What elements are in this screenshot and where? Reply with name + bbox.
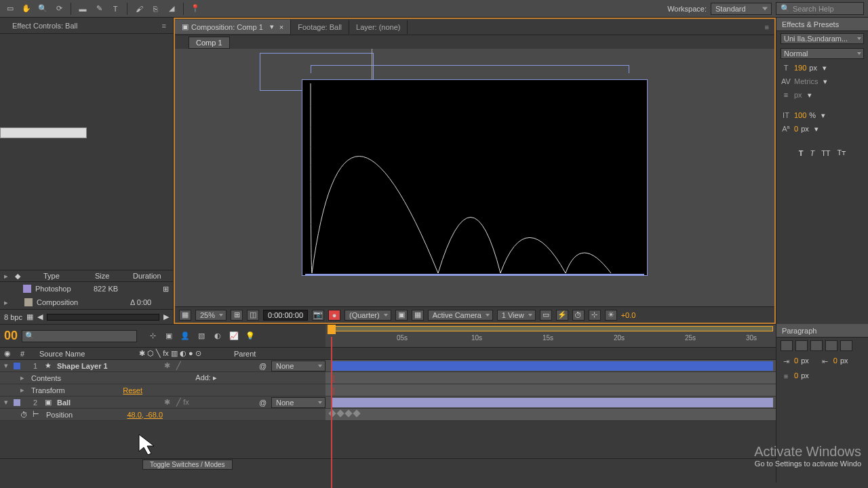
keyframe-nav-icon[interactable]: ⊢ [33, 410, 39, 419]
graph-editor-icon[interactable]: 📈 [228, 330, 240, 342]
layer-property-row[interactable]: ⏱ ⊢ Position 48.0, -68.0 [0, 409, 776, 421]
channel-icon[interactable]: ● [328, 310, 340, 321]
font-family-dropdown[interactable]: Uni Ila.Sundaram... [781, 33, 864, 44]
font-style-dropdown[interactable]: Normal [781, 48, 864, 59]
grid-icon[interactable]: ⊞ [231, 310, 243, 321]
comp-subtab[interactable]: Comp 1 [189, 37, 230, 49]
keyframe-icon[interactable] [328, 409, 336, 417]
hand-tool-icon[interactable]: ✋ [20, 3, 33, 15]
timeline-search-input[interactable]: 🔍 [22, 330, 137, 342]
twirl-icon[interactable]: ▾ [4, 398, 11, 407]
rotate-tool-icon[interactable]: ⟳ [53, 3, 65, 15]
prev-frame-icon[interactable]: ◀ [37, 312, 43, 321]
current-time-display[interactable]: 0:00:00:00 [263, 310, 308, 321]
draft3d-icon[interactable]: ▣ [163, 330, 175, 342]
current-time[interactable]: 00 [4, 329, 18, 343]
reset-exposure-icon[interactable]: ☀ [605, 310, 617, 321]
twirl-icon[interactable]: ▾ [4, 361, 11, 370]
chevron-down-icon[interactable]: ▾ [823, 64, 827, 73]
label-icon[interactable]: ◆ [15, 272, 20, 281]
search-help-input[interactable]: 🔍 Search Help [776, 2, 864, 15]
parent-dropdown[interactable]: None [271, 397, 326, 408]
next-frame-icon[interactable]: ▶ [163, 312, 169, 321]
brush-tool-icon[interactable]: 🖌 [133, 3, 145, 15]
keyframe-icon[interactable] [353, 409, 360, 417]
toggle-switches-button[interactable]: Toggle Switches / Modes [142, 460, 233, 470]
cti-head-icon[interactable] [328, 325, 336, 334]
av-icon[interactable]: ◉ [0, 349, 14, 358]
current-time-indicator[interactable] [331, 337, 332, 488]
justify-center-button[interactable] [840, 340, 852, 351]
transparency-icon[interactable]: ▦ [412, 310, 424, 321]
twirl-icon[interactable]: ▸ [4, 298, 11, 307]
comp-mini-flowchart-icon[interactable]: ⊹ [146, 330, 159, 342]
project-row[interactable]: Photoshop 822 KB ⊞ [0, 282, 173, 296]
tracking-value[interactable]: 100 [794, 111, 806, 119]
brainstorm-icon[interactable]: 💡 [244, 330, 256, 342]
layer-property-row[interactable]: ▸ Transform Reset ][ [0, 384, 776, 396]
project-row[interactable]: ▸ Composition Δ 0:00 [0, 296, 173, 309]
composition-viewer[interactable] [175, 49, 774, 306]
layer-duration-bar[interactable] [331, 398, 773, 407]
text-tool-icon[interactable]: T [109, 3, 121, 15]
panel-menu-icon[interactable]: ≡ [760, 23, 774, 31]
workspace-dropdown[interactable]: Standard [711, 3, 772, 15]
chevron-down-icon[interactable]: ▾ [823, 77, 827, 86]
layer-duration-bar[interactable] [331, 361, 773, 371]
chevron-down-icon[interactable]: ▾ [821, 111, 825, 120]
timeline-ruler[interactable]: 05s 10s 15s 20s 25s 30s [326, 325, 776, 347]
flowchart-icon[interactable]: ⊹ [589, 310, 601, 321]
clone-tool-icon[interactable]: ⎘ [149, 3, 161, 15]
italic-button[interactable]: T [810, 149, 814, 157]
twirl-icon[interactable]: ▸ [20, 373, 27, 382]
frame-blend-icon[interactable]: ▧ [195, 330, 208, 342]
layer-row[interactable]: ▾ 2 ▣ Ball ✱ ╱ fx @ None [0, 396, 776, 409]
zoom-dropdown[interactable]: 25% [195, 310, 226, 321]
keyframe-track[interactable] [330, 411, 359, 416]
twirl-icon[interactable]: ▸ [20, 386, 27, 394]
view-dropdown[interactable]: 1 View [497, 310, 536, 321]
selection-tool-icon[interactable]: ▭ [4, 3, 16, 15]
zoom-tool-icon[interactable]: 🔍 [37, 3, 49, 15]
bpc-button[interactable]: 8 bpc [4, 313, 22, 321]
smallcaps-button[interactable]: Tᴛ [837, 148, 846, 157]
pen-tool-icon[interactable]: ✎ [93, 3, 105, 15]
tab-composition[interactable]: ▣ Composition: Comp 1 ▾ × [175, 20, 291, 34]
pickwhip-icon[interactable]: @ [259, 399, 271, 407]
roi-icon[interactable]: ▣ [395, 310, 408, 321]
twirl-icon[interactable]: ▸ [4, 272, 11, 281]
link-icon[interactable]: ⊞ [163, 285, 169, 293]
layer-property-row[interactable]: ▸ Contents Add: ▸ ][ [0, 372, 776, 384]
reset-link[interactable]: Reset [123, 386, 142, 394]
stopwatch-icon[interactable]: ⏱ [20, 411, 30, 419]
effect-controls-tab[interactable]: Effect Controls: Ball [7, 20, 83, 32]
align-center-button[interactable] [795, 340, 808, 351]
switches[interactable]: ✱ ╱ [164, 361, 259, 370]
snapshot-icon[interactable]: 📷 [312, 310, 324, 321]
mask-icon[interactable]: ◫ [247, 310, 259, 321]
eraser-tool-icon[interactable]: ◢ [165, 3, 178, 15]
baseline-value[interactable]: 0 [794, 125, 798, 133]
close-icon[interactable]: × [279, 23, 283, 31]
indent-right-value[interactable]: 0 [833, 357, 837, 366]
resolution-dropdown[interactable]: (Quarter) [344, 310, 391, 321]
pixel-aspect-icon[interactable]: ▭ [540, 310, 552, 321]
timeline-icon[interactable]: ⏱ [572, 310, 585, 321]
leading-value[interactable]: px [794, 91, 802, 99]
exposure-value[interactable]: +0.0 [621, 311, 636, 319]
pickwhip-icon[interactable]: @ [259, 362, 271, 370]
space-before-value[interactable]: 0 [794, 371, 798, 381]
chevron-down-icon[interactable]: ▾ [814, 125, 818, 134]
font-size-value[interactable]: 190 [794, 64, 806, 72]
fast-preview-icon[interactable]: ⚡ [556, 310, 568, 321]
keyframe-icon[interactable] [344, 409, 352, 417]
project-scrollbar[interactable] [47, 314, 159, 321]
rect-tool-icon[interactable]: ▬ [77, 3, 89, 15]
keyframe-icon[interactable] [336, 409, 344, 417]
add-button[interactable]: ▸ [213, 373, 217, 382]
shy-icon[interactable]: 👤 [179, 330, 191, 342]
project-filter-input[interactable] [0, 127, 87, 138]
layer-row[interactable]: ▾ 1 ★ Shape Layer 1 ✱ ╱ @ None [0, 360, 776, 372]
parent-dropdown[interactable]: None [271, 361, 326, 371]
region-icon[interactable]: ▦ [179, 310, 191, 321]
